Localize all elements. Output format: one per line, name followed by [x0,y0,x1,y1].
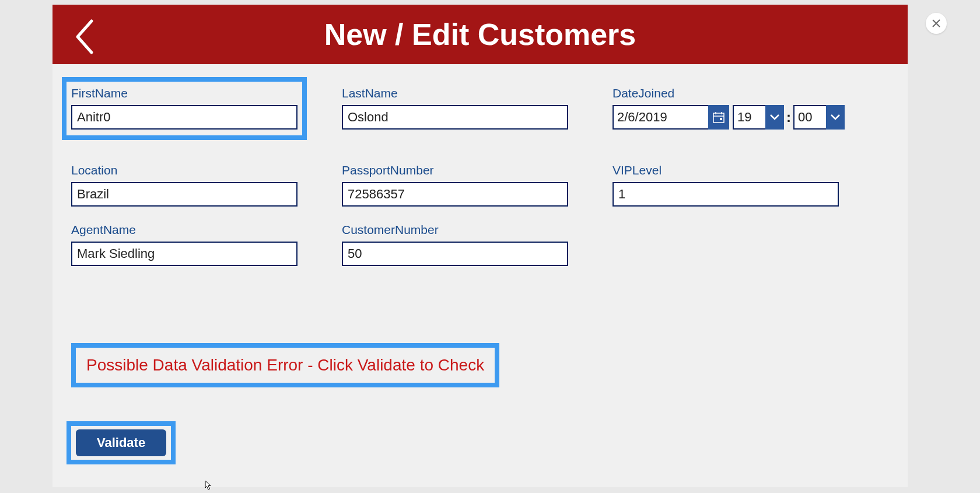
hour-dropdown-button[interactable] [765,105,784,130]
form-area: FirstName LastName DateJoined [52,64,908,464]
viplevel-input[interactable] [612,182,839,207]
lastname-label: LastName [342,86,568,100]
firstname-label: FirstName [71,86,298,100]
minute-dropdown-button[interactable] [826,105,845,130]
date-input[interactable] [612,105,708,130]
customernumber-group: CustomerNumber [342,223,568,266]
minute-input[interactable] [793,105,826,130]
customernumber-input[interactable] [342,242,568,266]
cursor-pointer-icon [202,480,214,493]
passportnumber-input[interactable] [342,182,568,207]
passportnumber-label: PassportNumber [342,163,568,177]
viplevel-label: VIPLevel [612,163,839,177]
agentname-group: AgentName [71,223,298,266]
firstname-highlight: FirstName [62,77,307,140]
form-window: New / Edit Customers FirstName LastName … [52,5,908,487]
chevron-left-icon [74,19,95,55]
location-label: Location [71,163,298,177]
time-separator: : [786,109,791,125]
hour-select[interactable] [733,105,784,130]
close-icon [932,19,941,28]
calendar-icon [713,111,724,123]
validate-highlight: Validate [66,421,176,464]
minute-select[interactable] [793,105,845,130]
lastname-input[interactable] [342,105,568,130]
chevron-down-icon [830,114,841,121]
firstname-input[interactable] [71,105,298,130]
validation-warning-highlight: Possible Data Validation Error - Click V… [71,343,499,387]
page-title: New / Edit Customers [52,17,908,52]
form-row-3: AgentName CustomerNumber [71,223,889,266]
customernumber-label: CustomerNumber [342,223,568,237]
agentname-label: AgentName [71,223,298,237]
datejoined-row: : [612,105,845,130]
form-row-2: Location PassportNumber VIPLevel [71,163,889,207]
header-bar: New / Edit Customers [52,5,908,64]
datejoined-group: DateJoined [612,86,845,130]
agentname-input[interactable] [71,242,298,266]
datejoined-label: DateJoined [612,86,845,100]
back-button[interactable] [70,16,99,57]
chevron-down-icon [769,114,780,121]
calendar-button[interactable] [708,105,729,130]
form-row-1: FirstName LastName DateJoined [71,86,889,147]
date-field [612,105,729,130]
close-button[interactable] [926,13,947,34]
validation-warning-text: Possible Data Validation Error - Click V… [86,356,484,374]
location-group: Location [71,163,298,207]
svg-rect-0 [713,113,724,123]
hour-input[interactable] [733,105,765,130]
passportnumber-group: PassportNumber [342,163,568,207]
svg-rect-2 [720,118,722,120]
lastname-group: LastName [342,86,568,130]
validate-button[interactable]: Validate [76,429,166,456]
location-input[interactable] [71,182,298,207]
viplevel-group: VIPLevel [612,163,839,207]
